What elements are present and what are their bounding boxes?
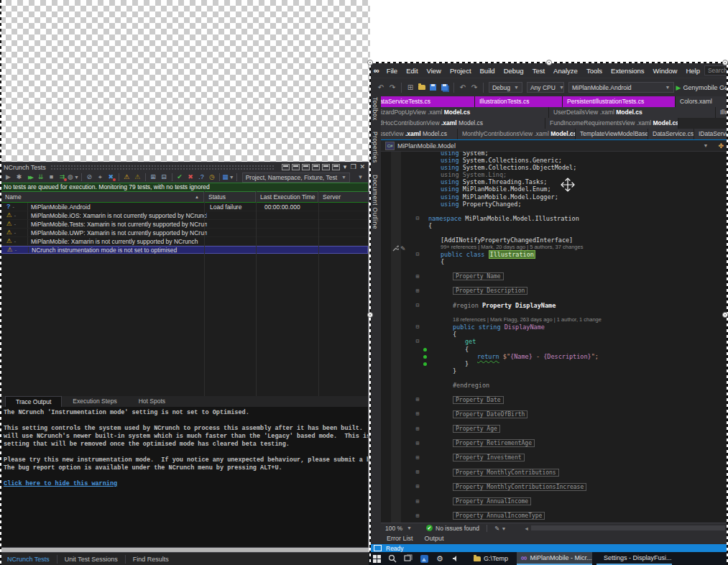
tab-document-outline[interactable]: Document Outline [372, 175, 379, 229]
expand-region-icon[interactable]: ⊞ [413, 454, 423, 461]
selection-handle-top-left[interactable] [367, 60, 373, 65]
debug-test-icon[interactable]: ✱ [14, 173, 24, 182]
startup-project-dropdown[interactable]: MiPlanMobile.Android▼ [568, 82, 674, 93]
test-row[interactable]: ?-MiPlanMobile.AndroidLoad failure00:00:… [1, 203, 368, 211]
reset-engine-icon[interactable]: ⇉ [57, 173, 67, 182]
expand-region-icon[interactable]: ⊞ [413, 483, 423, 490]
code-line[interactable]: [AddINotifyPropertyChangedInterface] [381, 236, 728, 244]
run-target-label[interactable]: Genymobile Ge [683, 84, 728, 91]
h-scrollbar-left-arrow[interactable]: ◂ [525, 525, 527, 532]
menu-item-debug[interactable]: Debug [499, 65, 528, 76]
code-line[interactable]: } [381, 367, 728, 375]
document-tab[interactable]: WizardPopUpView .xaml Model.cs [371, 107, 549, 118]
show-coverage-icon[interactable]: ◷ [207, 173, 216, 182]
chevron-down-icon[interactable]: ▾ [344, 164, 347, 170]
menu-item-extensions[interactable]: Extensions [607, 65, 648, 76]
collapsed-region-line[interactable]: ⊞Property Date [381, 396, 728, 403]
expand-region-icon[interactable]: ⊞ [413, 410, 423, 418]
wrench-icon[interactable] [392, 245, 399, 252]
code-line[interactable]: ⊟get [381, 338, 728, 345]
code-line[interactable]: ⊟public string DisplayName [381, 323, 728, 331]
column-header-name[interactable]: Name▲ [1, 192, 204, 202]
column-header-status[interactable]: Status [204, 192, 256, 202]
expand-region-icon[interactable]: ⊞ [413, 426, 423, 433]
collapse-region-icon[interactable]: ⊟ [413, 302, 423, 309]
code-line[interactable]: ⊟public class Illustration [381, 251, 728, 258]
expand-region-icon[interactable]: ⊞ [413, 498, 423, 505]
collapse-region-icon[interactable]: ⊟ [413, 251, 423, 258]
collapsed-region-box[interactable]: Property AnnualIncome [453, 497, 531, 505]
document-tab[interactable]: DataServiceTests.cs [371, 96, 475, 107]
volume-icon[interactable] [448, 552, 464, 565]
codelens-line[interactable]: 99+ references | Mark, 20 days ago | 5 a… [381, 244, 728, 251]
expand-region-icon[interactable]: ⊞ [413, 513, 423, 520]
search-input[interactable]: Search [704, 65, 728, 75]
code-line[interactable] [381, 461, 728, 469]
menu-item-help[interactable]: Help [681, 65, 704, 76]
pencil-icon[interactable]: ✎ ▼ [494, 525, 506, 532]
code-line[interactable] [381, 266, 728, 273]
show-inconclusive-tests-icon[interactable]: .? [196, 173, 206, 182]
chevron-down-icon[interactable]: ▼ [704, 143, 709, 148]
code-line[interactable] [381, 403, 728, 410]
document-tab[interactable]: FundIncomeRequirementsView .xaml Model.c… [545, 118, 678, 129]
float-panel-icon[interactable] [282, 164, 290, 170]
tab-trace-output[interactable]: Trace Output [5, 396, 62, 407]
code-line[interactable]: ⊟namespace MiPlanMobile.Model.Illustrati… [381, 215, 728, 222]
task-view-icon[interactable] [400, 552, 416, 565]
code-line[interactable] [381, 433, 728, 440]
collapsed-region-box[interactable]: Property AnnualIncomeType [453, 512, 545, 520]
document-tab[interactable]: Colors.xaml [676, 96, 728, 107]
code-line[interactable] [381, 295, 728, 302]
run-test-icon[interactable]: ▶ [4, 173, 13, 182]
test-row[interactable]: ⚠-MiPlanMobile.UWP: Xamarin is not curre… [1, 229, 368, 237]
collapsed-region-box[interactable]: Property Date [453, 396, 504, 404]
warnings-icon[interactable]: ⚠ [133, 173, 142, 182]
expand-region-icon[interactable]: ⊞ [413, 469, 423, 476]
code-line[interactable] [381, 418, 728, 425]
test-row[interactable]: ⚠-MiPlanMobile.Tests: Xamarin is not cur… [1, 220, 368, 229]
quick-actions[interactable]: ✎ [392, 245, 406, 252]
code-line[interactable]: { [381, 222, 728, 229]
code-line[interactable] [381, 375, 728, 382]
menu-item-project[interactable]: Project [446, 65, 476, 76]
document-tab[interactable]: IllustrationTests.cs [475, 96, 563, 107]
code-line[interactable] [381, 476, 728, 483]
code-line[interactable]: using PropertyChanged; [381, 201, 728, 208]
ncrunch-titlebar[interactable]: NCrunch Tests ▾❒✕ [1, 162, 368, 172]
document-tab[interactable]: TemplateViewModelBase.cs [576, 129, 648, 139]
show-passing-tests-icon[interactable]: ✔ [175, 173, 184, 182]
menu-item-build[interactable]: Build [476, 65, 499, 76]
collapsed-region-box[interactable]: Property MonthlyContributions [453, 469, 559, 477]
code-line[interactable]: ⊟#region Property DisplayName [381, 302, 728, 309]
code-line[interactable]: using System.Collections.Generic; [381, 157, 728, 164]
expand-region-icon[interactable]: ⊞ [413, 440, 423, 447]
menu-item-file[interactable]: File [382, 65, 402, 76]
risk-progress-icon[interactable]: ⚠ [122, 173, 132, 182]
vertical-tab-group-icon[interactable] [312, 164, 320, 170]
column-header-server[interactable]: Server [318, 192, 369, 202]
code-line[interactable] [381, 505, 728, 513]
code-line[interactable] [381, 389, 728, 396]
pin-tests-icon[interactable]: ⌖ [96, 173, 105, 182]
run-all-visible-tests-icon[interactable]: ▶▶ [25, 173, 34, 182]
expand-all-icon[interactable]: ⊞ [149, 173, 158, 182]
filter-dropdown-icon[interactable]: ▾ [356, 173, 365, 182]
collapsed-region-box[interactable]: Property Name [453, 272, 504, 280]
open-folder-icon[interactable] [417, 82, 427, 93]
menu-item-test[interactable]: Test [528, 65, 549, 76]
code-line[interactable]: using System; [381, 151, 728, 157]
pencil-icon[interactable]: ✎ [400, 245, 406, 252]
undo-icon[interactable]: ↶ [458, 82, 468, 93]
code-line[interactable]: using MiPlanMobile.Model.Enum; [381, 185, 728, 193]
issues-status[interactable]: No issues found [436, 525, 479, 532]
start-debugging-icon[interactable]: ▶ [676, 84, 681, 91]
zoom-level-dropdown[interactable]: 100 %▼ [381, 525, 416, 532]
collapsed-region-box[interactable]: Property Age [453, 425, 500, 433]
tab-toolbox[interactable]: Toolbox [372, 97, 379, 121]
start-button[interactable] [369, 552, 384, 565]
collapsed-region-line[interactable]: ⊞Property MonthlyContributionsIncrease [381, 483, 728, 490]
run-queued-tests-icon[interactable]: ⇊ [36, 173, 45, 182]
navigate-forward-icon[interactable]: ↷ [387, 82, 397, 93]
code-line[interactable]: using System.Collections.ObjectModel; [381, 164, 728, 171]
